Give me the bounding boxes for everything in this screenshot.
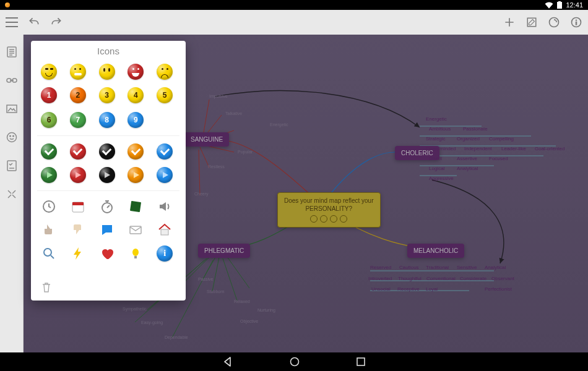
icon-number-9[interactable]: 9	[126, 111, 145, 129]
svg-point-5	[576, 20, 577, 21]
clock-text: 12:41	[566, 1, 583, 9]
svg-point-34	[291, 358, 299, 366]
icon-book[interactable]	[126, 197, 145, 216]
info-button[interactable]	[569, 15, 583, 29]
android-navbar	[0, 352, 588, 371]
menu-button[interactable]	[5, 15, 19, 29]
svg-point-32	[132, 249, 139, 256]
icon-row-checks	[36, 140, 181, 163]
delete-icon-button[interactable]	[37, 278, 56, 297]
sidebar	[0, 35, 24, 352]
status-dot	[5, 2, 10, 7]
icon-bulb[interactable]	[126, 244, 145, 263]
icon-stopwatch[interactable]	[98, 197, 116, 216]
popup-title: Icons	[36, 46, 181, 56]
icon-chat[interactable]	[98, 221, 116, 239]
svg-rect-6	[576, 22, 577, 25]
undo-button[interactable]	[27, 15, 41, 29]
icon-search[interactable]	[40, 244, 58, 263]
nav-home[interactable]	[289, 356, 300, 367]
icon-heart[interactable]	[98, 244, 116, 263]
icon-row-misc2	[36, 218, 181, 242]
svg-rect-1	[558, 1, 561, 2]
icon-face-surprised[interactable]	[98, 62, 116, 81]
tool-task[interactable]	[6, 160, 18, 172]
icon-row-faces	[36, 60, 181, 83]
style-button[interactable]	[547, 15, 561, 29]
nav-back[interactable]	[222, 356, 233, 367]
icon-face-cool[interactable]	[40, 62, 58, 81]
icon-check-red[interactable]	[69, 142, 87, 161]
icon-number-2[interactable]: 2	[69, 86, 87, 104]
tool-link[interactable]	[6, 74, 18, 87]
wifi-icon	[545, 2, 553, 9]
add-button[interactable]	[503, 15, 516, 29]
icon-flag-green[interactable]	[40, 166, 58, 184]
tool-notes[interactable]	[6, 46, 18, 58]
icon-row-flags	[36, 163, 181, 187]
icon-check-black[interactable]	[98, 142, 116, 161]
svg-rect-29	[130, 226, 141, 234]
svg-point-11	[7, 133, 16, 142]
battery-icon	[557, 1, 562, 9]
icon-check-orange[interactable]	[126, 142, 145, 161]
svg-point-13	[12, 135, 14, 137]
svg-rect-30	[161, 229, 168, 235]
icon-flag-black[interactable]	[98, 166, 116, 184]
icon-number-6[interactable]: 6	[40, 111, 58, 129]
icon-number-8[interactable]: 8	[98, 111, 116, 129]
icon-bolt[interactable]	[69, 244, 87, 263]
icon-number-3[interactable]: 3	[98, 86, 116, 104]
icon-speaker[interactable]	[155, 197, 174, 216]
android-statusbar: 12:41	[0, 0, 588, 10]
icon-face-sad[interactable]	[155, 62, 174, 81]
svg-rect-0	[557, 2, 562, 9]
icon-number-5[interactable]: 5	[155, 86, 174, 104]
icon-mail[interactable]	[126, 221, 145, 239]
icon-row-misc1	[36, 195, 181, 218]
svg-rect-14	[7, 161, 16, 171]
app-toolbar	[0, 10, 588, 35]
icon-flag-red[interactable]	[69, 166, 87, 184]
svg-rect-28	[130, 201, 141, 212]
icon-clock[interactable]	[40, 197, 58, 216]
tool-collapse[interactable]	[6, 188, 18, 200]
svg-point-3	[550, 18, 559, 27]
redo-button[interactable]	[50, 15, 63, 29]
icon-number-1[interactable]: 1	[40, 86, 58, 104]
svg-rect-35	[357, 358, 365, 365]
icon-info[interactable]: i	[155, 244, 174, 263]
icon-thumbs-up[interactable]	[69, 221, 87, 239]
icons-popup: Icons 123456789	[31, 41, 186, 301]
tool-image[interactable]	[6, 103, 18, 115]
icon-check-blue[interactable]	[155, 142, 174, 161]
icon-check-green[interactable]	[40, 142, 58, 161]
svg-rect-26	[72, 202, 84, 205]
icon-face-grin[interactable]	[69, 62, 87, 81]
icon-number-4[interactable]: 4	[126, 86, 145, 104]
svg-point-12	[9, 135, 11, 137]
icon-row-misc3: i	[36, 242, 181, 265]
svg-point-31	[44, 249, 51, 256]
edit-button[interactable]	[525, 15, 538, 29]
icon-flag-blue[interactable]	[155, 166, 174, 184]
icon-thumbs-down[interactable]	[40, 221, 58, 239]
tool-emoji[interactable]	[6, 131, 18, 143]
nav-recent[interactable]	[356, 357, 366, 367]
icon-home[interactable]	[155, 221, 174, 239]
icon-calendar[interactable]	[69, 197, 87, 216]
icon-flag-orange[interactable]	[126, 166, 145, 184]
svg-rect-33	[134, 256, 137, 258]
icon-row-numbers: 123456789	[36, 83, 181, 132]
icon-face-angry[interactable]	[126, 62, 145, 81]
icon-number-7[interactable]: 7	[69, 111, 87, 129]
